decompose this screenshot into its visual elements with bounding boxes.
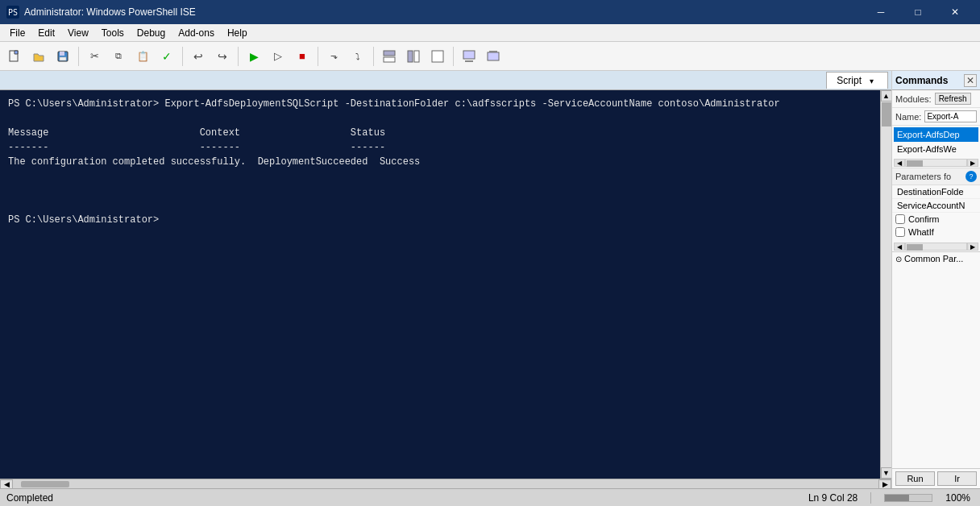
svg-rect-13 xyxy=(488,52,499,60)
console-panel: Script ▾ PS C:\Users\Administrator> Expo… xyxy=(0,71,891,488)
svg-rect-5 xyxy=(60,57,66,60)
menu-bar: File Edit View Tools Debug Add-ons Help xyxy=(0,24,980,42)
script-tab-label: Script xyxy=(837,75,862,86)
name-input[interactable] xyxy=(924,110,977,122)
toolbar-sep-5 xyxy=(373,47,374,66)
toolbar-sep-6 xyxy=(453,47,454,66)
confirm-checkbox[interactable] xyxy=(895,214,905,224)
hscroll-thumb[interactable] xyxy=(21,481,69,487)
toolbar-sep-2 xyxy=(182,47,183,66)
commands-panel: Commands ✕ Modules: Refresh Name: Export… xyxy=(891,71,980,488)
save-button[interactable] xyxy=(52,45,74,68)
pane-script-top[interactable] xyxy=(378,45,401,68)
copy-command-button[interactable]: Ir xyxy=(937,471,977,486)
console-outer: PS C:\Users\Administrator> Export-AdfsDe… xyxy=(0,90,891,479)
common-params-label: Common Par... xyxy=(904,254,963,263)
svg-rect-6 xyxy=(384,51,395,56)
maximize-button[interactable]: □ xyxy=(899,0,936,24)
params-scroll-track xyxy=(905,243,967,251)
run-selection-button[interactable]: ▷ xyxy=(267,45,289,68)
params-help-button[interactable]: ? xyxy=(965,171,977,182)
ln-col-indicator: Ln 9 Col 28 xyxy=(808,492,858,504)
close-button[interactable]: ✕ xyxy=(936,0,974,24)
params-scroll-right[interactable]: ▶ xyxy=(967,243,978,251)
whatif-checkbox-row: WhatIf xyxy=(892,226,980,238)
zoom-in-button[interactable] xyxy=(482,45,505,68)
status-sep-1 xyxy=(870,492,871,504)
menu-help[interactable]: Help xyxy=(221,26,254,40)
menu-addons[interactable]: Add-ons xyxy=(172,26,221,40)
vscroll-track xyxy=(881,102,891,467)
toolbar: ✂ ⧉ 📋 ✓ ↩ ↪ ▶ ▷ ■ ⬎ ⤵ xyxy=(0,42,980,71)
menu-view[interactable]: View xyxy=(61,26,95,40)
zoom-level: 100% xyxy=(945,492,970,504)
undo-button[interactable]: ↩ xyxy=(187,45,210,68)
tab-dropdown-arrow[interactable]: ▾ xyxy=(865,74,878,87)
list-scroll-track xyxy=(905,159,967,167)
name-row: Name: xyxy=(892,108,980,126)
modules-row: Modules: Refresh xyxy=(892,90,980,108)
menu-file[interactable]: File xyxy=(3,26,31,40)
menu-debug[interactable]: Debug xyxy=(131,26,172,40)
common-params-chevron: ⊙ xyxy=(895,255,902,263)
whatif-checkbox[interactable] xyxy=(895,227,905,237)
debug-step-over[interactable]: ⤵ xyxy=(347,45,369,68)
minimize-button[interactable]: ─ xyxy=(862,0,899,24)
svg-rect-7 xyxy=(384,57,395,62)
svg-rect-10 xyxy=(432,51,443,62)
hscroll-right-arrow[interactable]: ▶ xyxy=(878,479,891,489)
hscroll-track xyxy=(13,479,878,488)
params-hscroll-row: ◀ ▶ xyxy=(892,242,980,251)
list-scroll-thumb[interactable] xyxy=(907,160,923,167)
run-button[interactable]: ▶ xyxy=(243,45,265,68)
stop-button[interactable]: ■ xyxy=(291,45,314,68)
vscroll-thumb[interactable] xyxy=(882,102,891,126)
check-button[interactable]: ✓ xyxy=(156,45,178,68)
pane-full[interactable] xyxy=(426,45,449,68)
pane-script-side[interactable] xyxy=(402,45,425,68)
svg-rect-12 xyxy=(465,60,473,62)
open-button[interactable] xyxy=(27,45,50,68)
params-label: Parameters fo xyxy=(895,172,964,181)
paste-button[interactable]: 📋 xyxy=(131,45,154,68)
run-command-button[interactable]: Run xyxy=(895,471,935,486)
params-scroll-thumb[interactable] xyxy=(907,244,923,251)
zoom-out-button[interactable] xyxy=(458,45,480,68)
list-item-0[interactable]: Export-AdfsDep xyxy=(894,127,978,142)
list-item-1[interactable]: Export-AdfsWe xyxy=(894,142,978,156)
params-scroll-left[interactable]: ◀ xyxy=(894,243,905,251)
svg-rect-11 xyxy=(463,51,475,59)
console-vscroll: ▲ ▼ xyxy=(880,90,891,479)
name-label: Name: xyxy=(895,112,921,122)
svg-rect-9 xyxy=(414,51,419,62)
list-scroll-left[interactable]: ◀ xyxy=(894,159,905,167)
commands-close-button[interactable]: ✕ xyxy=(964,74,977,87)
cut-button[interactable]: ✂ xyxy=(83,45,106,68)
main-area: Script ▾ PS C:\Users\Administrator> Expo… xyxy=(0,71,980,488)
params-header: Parameters fo ? xyxy=(892,168,980,185)
debug-step-into[interactable]: ⬎ xyxy=(322,45,345,68)
script-tab[interactable]: Script ▾ xyxy=(826,72,888,89)
param-service-account: ServiceAccountN xyxy=(892,199,980,213)
list-scroll-right[interactable]: ▶ xyxy=(967,159,978,167)
commands-header: Commands ✕ xyxy=(892,71,980,90)
redo-button[interactable]: ↪ xyxy=(211,45,234,68)
app-icon: PS xyxy=(6,6,19,19)
refresh-button[interactable]: Refresh xyxy=(935,93,971,105)
modules-label: Modules: xyxy=(895,94,932,104)
confirm-label: Confirm xyxy=(908,214,940,224)
vscroll-up-arrow[interactable]: ▲ xyxy=(881,90,892,102)
menu-tools[interactable]: Tools xyxy=(95,26,131,40)
status-right: Ln 9 Col 28 100% xyxy=(808,492,974,504)
vscroll-down-arrow[interactable]: ▼ xyxy=(881,467,892,479)
svg-rect-8 xyxy=(408,51,413,62)
hscroll-left-arrow[interactable]: ◀ xyxy=(0,479,13,489)
console-content[interactable]: PS C:\Users\Administrator> Export-AdfsDe… xyxy=(0,90,880,479)
status-text: Completed xyxy=(6,492,808,504)
new-button[interactable] xyxy=(3,45,26,68)
zoom-slider[interactable] xyxy=(884,494,932,502)
menu-edit[interactable]: Edit xyxy=(31,26,61,40)
list-hscroll-row: ◀ ▶ xyxy=(892,158,980,168)
svg-rect-14 xyxy=(489,51,497,52)
copy-button[interactable]: ⧉ xyxy=(107,45,130,68)
